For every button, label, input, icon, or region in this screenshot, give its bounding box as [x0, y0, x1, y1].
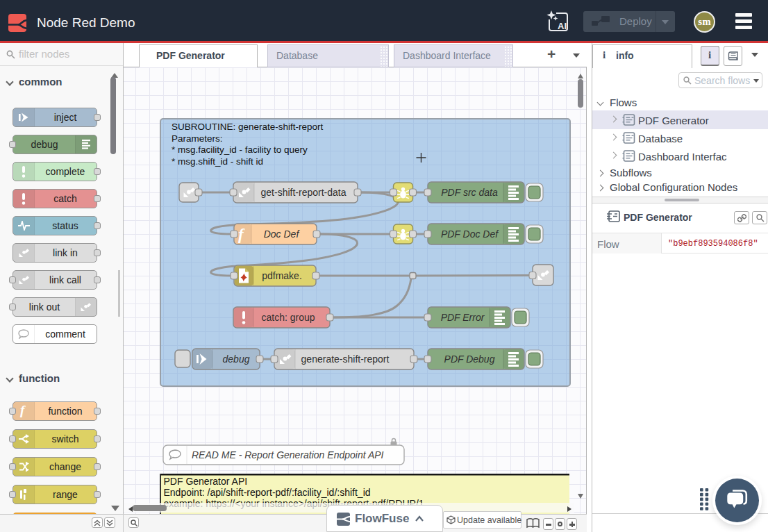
svg-text:generate-shift-report: generate-shift-report — [301, 354, 390, 365]
svg-text:Endpoint: /api/shift-report-pd: Endpoint: /api/shift-report-pdf/:facilit… — [164, 487, 371, 498]
svg-text:SUBROUTINE: generate-shift-rep: SUBROUTINE: generate-shift-report — [172, 122, 324, 132]
svg-text:AI: AI — [558, 21, 567, 31]
svg-text:Parameters:: Parameters: — [172, 133, 223, 144]
svg-text:debug: debug — [223, 354, 250, 365]
svg-text:PDF Doc Def: PDF Doc Def — [441, 228, 499, 240]
svg-text:PDF Error: PDF Error — [441, 312, 485, 323]
svg-text:* msg.shift_id - shift id: * msg.shift_id - shift id — [172, 156, 263, 167]
svg-text:Doc Def: Doc Def — [264, 228, 301, 240]
svg-text:get-shift-report-data: get-shift-report-data — [261, 187, 347, 198]
svg-text:READ ME - Report Generation En: READ ME - Report Generation Endpoint API — [192, 449, 384, 460]
svg-text:PDF Generator API: PDF Generator API — [164, 476, 248, 487]
svg-text:PDF Debug: PDF Debug — [444, 354, 495, 365]
svg-text:PDF src data: PDF src data — [441, 187, 498, 198]
svg-text:* msg.facility_id - facility t: * msg.facility_id - facility to query — [172, 144, 308, 155]
svg-text:catch: group: catch: group — [261, 312, 315, 323]
svg-text:pdfmake.: pdfmake. — [262, 270, 302, 281]
